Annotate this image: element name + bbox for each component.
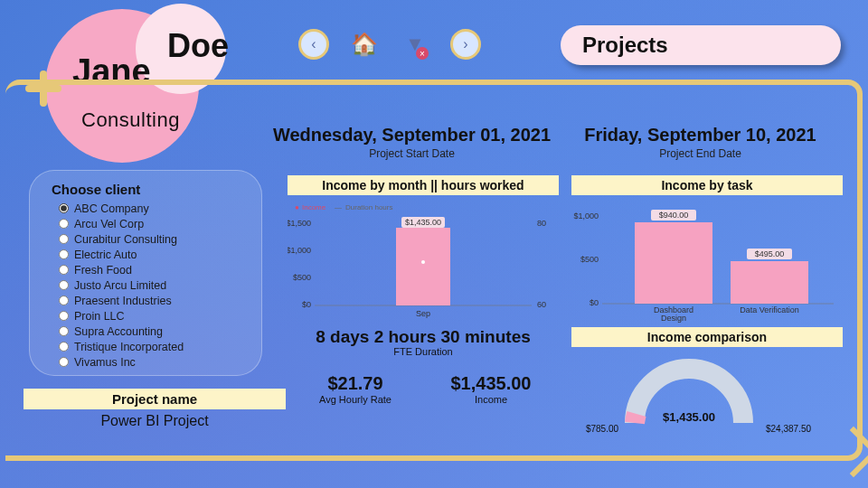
brand-first: Jane — [72, 52, 151, 91]
project-name-label: Project name — [24, 389, 286, 409]
client-radio[interactable] — [59, 234, 69, 244]
svg-text:$500: $500 — [293, 273, 311, 282]
chevron-right-icon: › — [463, 36, 467, 52]
client-option-label: Praesent Industries — [74, 295, 172, 307]
chart-income-comparison[interactable]: Income comparison $1,435.00 $785.00 $24,… — [571, 327, 843, 445]
gauge-svg: $1,435.00 $785.00 $24,387.50 — [571, 351, 843, 441]
client-radio[interactable] — [59, 311, 69, 321]
svg-text:$1,000: $1,000 — [288, 246, 311, 255]
svg-text:$940.00: $940.00 — [659, 211, 689, 220]
client-radio[interactable] — [59, 296, 69, 305]
svg-text:$1,435.00: $1,435.00 — [663, 410, 715, 424]
chart1-title: Income by month || hours worked — [288, 175, 559, 195]
client-option[interactable]: Justo Arcu Limited — [42, 277, 249, 293]
clear-filter-button[interactable]: ▼× — [400, 29, 430, 60]
client-option-label: Proin LLC — [74, 310, 125, 323]
start-date-label: Project Start Date — [268, 147, 556, 160]
svg-text:$500: $500 — [580, 255, 599, 264]
prev-page-button[interactable]: ‹ — [298, 29, 329, 60]
svg-text:―: ― — [335, 203, 342, 211]
client-radio[interactable] — [59, 249, 69, 259]
client-option[interactable]: Electric Auto — [42, 247, 249, 262]
funnel-icon: ▼× — [405, 33, 425, 56]
chart-income-by-task[interactable]: Income by task $0 $500 $1,000 $940.00 Da… — [571, 175, 843, 329]
client-option-label: Curabitur Consulting — [74, 233, 177, 246]
client-option-label: Justo Arcu Limited — [74, 279, 166, 292]
svg-text:Design: Design — [661, 314, 686, 323]
client-radio[interactable] — [59, 342, 69, 352]
client-option-label: Electric Auto — [74, 249, 137, 261]
toolbar: ‹ 🏠 ▼× › — [298, 29, 481, 60]
close-icon: × — [416, 47, 429, 60]
date-header: Wednesday, September 01, 2021 Project St… — [268, 125, 844, 160]
client-radio[interactable] — [59, 280, 69, 290]
chart2-title: Income by task — [571, 175, 843, 195]
svg-text:$0: $0 — [590, 298, 599, 307]
svg-text:$1,435.00: $1,435.00 — [405, 218, 441, 227]
client-option-label: Fresh Food — [74, 264, 132, 277]
client-option[interactable]: Fresh Food — [42, 262, 249, 277]
chart1-svg: ●Income ―Duration hours $0 $500 $1,000 $… — [288, 199, 559, 325]
client-option[interactable]: Arcu Vel Corp — [42, 216, 249, 231]
svg-text:$785.00: $785.00 — [586, 424, 619, 434]
client-option[interactable]: Curabitur Consulting — [42, 231, 249, 247]
client-slicer[interactable]: Choose client ABC CompanyArcu Vel CorpCu… — [29, 170, 262, 376]
client-option[interactable]: Praesent Industries — [42, 293, 249, 308]
chart2-svg: $0 $500 $1,000 $940.00 Dashboard Design … — [571, 199, 843, 325]
svg-text:$24,387.50: $24,387.50 — [766, 424, 811, 434]
fte-duration-label: FTE Duration — [288, 346, 559, 357]
end-date-value: Friday, September 10, 2021 — [556, 125, 844, 145]
client-option[interactable]: ABC Company — [42, 201, 249, 216]
home-icon: 🏠 — [351, 32, 378, 57]
client-radio[interactable] — [59, 357, 69, 367]
svg-text:80: 80 — [537, 219, 546, 228]
kpi-block: 8 days 2 hours 30 minutes FTE Duration $… — [288, 327, 559, 405]
client-option[interactable]: Proin LLC — [42, 308, 249, 324]
start-date-value: Wednesday, September 01, 2021 — [268, 125, 556, 145]
chart-income-by-month[interactable]: Income by month || hours worked ●Income … — [288, 175, 559, 329]
client-option[interactable]: Tristique Incorporated — [42, 339, 249, 354]
client-radio[interactable] — [59, 326, 69, 336]
end-date-label: Project End Date — [556, 147, 844, 160]
svg-rect-25 — [731, 261, 808, 304]
svg-text:$0: $0 — [302, 300, 311, 309]
client-option-label: Tristique Incorporated — [74, 341, 184, 353]
avg-rate-value: $21.79 — [288, 373, 423, 394]
client-option-label: Arcu Vel Corp — [74, 218, 144, 230]
client-option[interactable]: Vivamus Inc — [42, 354, 249, 370]
avg-rate-label: Avg Hourly Rate — [288, 394, 423, 405]
svg-text:Income: Income — [302, 203, 326, 211]
svg-text:Sep: Sep — [416, 309, 430, 318]
client-option-label: Supra Accounting — [74, 325, 163, 338]
svg-rect-20 — [635, 222, 712, 304]
client-radio[interactable] — [59, 265, 69, 275]
chevron-left-icon: ‹ — [311, 36, 316, 52]
income-value: $1,435.00 — [423, 373, 559, 394]
svg-rect-11 — [396, 228, 450, 305]
project-name-card: Project name Power BI Project — [24, 389, 286, 429]
project-name-value: Power BI Project — [24, 409, 286, 429]
plus-icon — [25, 70, 61, 107]
svg-point-14 — [421, 260, 425, 264]
svg-text:$495.00: $495.00 — [755, 249, 785, 258]
svg-text:60: 60 — [537, 300, 546, 309]
client-option-label: ABC Company — [74, 202, 149, 215]
chart3-title: Income comparison — [571, 327, 843, 347]
svg-text:Duration hours: Duration hours — [345, 203, 392, 211]
income-label: Income — [423, 394, 559, 405]
next-page-button[interactable]: › — [450, 29, 481, 60]
svg-text:●: ● — [295, 203, 299, 211]
svg-text:$1,000: $1,000 — [573, 211, 599, 221]
page-title: Projects — [561, 25, 841, 65]
brand-last: Doe — [167, 27, 229, 65]
svg-text:$1,500: $1,500 — [288, 219, 311, 228]
client-option-label: Vivamus Inc — [74, 356, 136, 369]
fte-duration-value: 8 days 2 hours 30 minutes — [288, 327, 559, 347]
client-slicer-heading: Choose client — [52, 182, 249, 197]
client-radio[interactable] — [59, 219, 69, 229]
home-button[interactable]: 🏠 — [349, 29, 380, 60]
client-option[interactable]: Supra Accounting — [42, 324, 249, 339]
svg-text:Data Verification: Data Verification — [740, 305, 799, 314]
client-radio[interactable] — [59, 203, 69, 213]
